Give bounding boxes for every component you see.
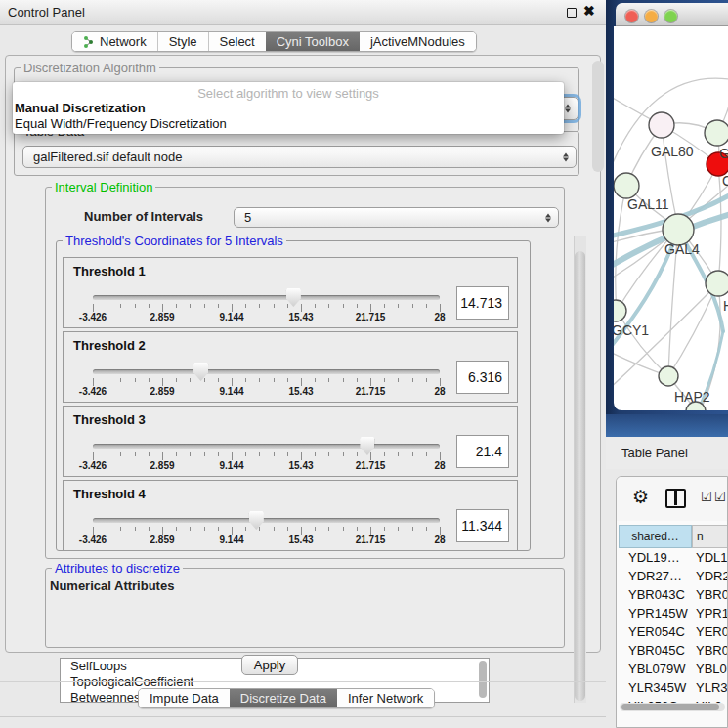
node-label: C (722, 173, 728, 189)
cell-name: YBR0 (692, 643, 728, 658)
table-row[interactable]: YDL19…YDL1 (619, 548, 728, 567)
cell-shared-name: YBR045C (619, 643, 692, 658)
table-row[interactable]: YLR345WYLR3 (619, 678, 728, 697)
apply-button[interactable]: Apply (241, 655, 298, 675)
node-label: GAL4 (664, 241, 700, 257)
attributes-group: Attributes to discretize Numerical Attri… (45, 568, 565, 648)
slider-tick-labels: -3.4262.8599.14415.4321.71528 (93, 460, 440, 472)
network-view-canvas[interactable]: GAL80G.CGAL11GAL4HGCY1HAP2 (614, 26, 728, 410)
num-intervals-value: 5 (244, 210, 251, 225)
threshold-value-field[interactable]: 6.316 (456, 361, 509, 394)
slider-tick-labels: -3.4262.8599.14415.4321.71528 (93, 386, 440, 398)
node-label: HAP2 (674, 389, 710, 405)
panel-title: Control Panel (8, 5, 85, 20)
table-data-group: Table Data galFiltered.sif default node (14, 131, 579, 176)
control-panel: Control Panel ✖ NetworkStyleSelectCyni T… (0, 0, 606, 728)
tab-label: Infer Network (348, 691, 423, 706)
desktop-background-band (606, 414, 728, 437)
threshold-value-field[interactable]: 21.4 (456, 435, 509, 468)
table-data-value: galFiltered.sif default node (33, 150, 182, 164)
tab-label: Network (100, 34, 147, 49)
table-row[interactable]: YDR27…YDR2 (619, 567, 728, 585)
algorithm-dropdown-popup: Select algorithm to view settings Manual… (13, 82, 564, 134)
slider-track[interactable] (93, 295, 440, 300)
minimize-traffic-light[interactable] (645, 10, 658, 22)
cell-name: YLR3 (692, 680, 728, 695)
slider-track[interactable] (93, 369, 440, 374)
table-row[interactable]: YBR043CYBR0 (619, 585, 728, 604)
table-row[interactable]: YBL079WYBL0 (619, 660, 728, 678)
node-label: GAL80 (651, 144, 694, 159)
checkbox-icon[interactable]: ☑ (701, 490, 712, 504)
num-intervals-label: Number of Intervals (84, 209, 203, 224)
spinner-icon (563, 152, 569, 161)
content-scrollbar-thumb[interactable] (575, 251, 585, 701)
threshold-label: Threshold 3 (73, 412, 146, 427)
threshold-label: Threshold 2 (73, 338, 146, 353)
close-traffic-light[interactable] (625, 10, 638, 22)
spinner-icon (545, 213, 551, 222)
network-node[interactable] (614, 173, 639, 198)
threshold-label: Threshold 4 (73, 487, 146, 501)
num-intervals-combo[interactable]: 5 (234, 207, 559, 228)
close-icon[interactable]: ✖ (583, 3, 595, 19)
cell-name: YDR2 (692, 569, 728, 583)
table-hscrollbar[interactable] (620, 703, 725, 711)
tab-label: Cyni Toolbox (277, 34, 349, 49)
node-label: G. (719, 146, 728, 161)
threshold-box-2: Threshold 2-3.4262.8599.14415.4321.71528… (63, 331, 518, 403)
cell-shared-name: YDL19… (619, 550, 692, 565)
split-pane-icon[interactable] (665, 489, 686, 508)
table-row[interactable]: YPR145WYPR1 (619, 604, 728, 622)
tab-style[interactable]: Style (157, 32, 208, 51)
group-label: Interval Definition (52, 180, 155, 194)
tab-impute-data[interactable]: Impute Data (139, 689, 230, 707)
cell-shared-name: YBR043C (619, 587, 692, 602)
cell-name: YER0 (692, 624, 728, 639)
tab-network[interactable]: Network (72, 32, 157, 51)
gear-icon[interactable]: ⚙ (632, 486, 649, 508)
network-node[interactable] (659, 366, 678, 386)
cell-name: YBL0 (692, 662, 728, 676)
popup-option-manual[interactable]: Manual Discretization (15, 101, 562, 115)
table-row[interactable]: YBR045CYBR0 (619, 641, 728, 660)
table-rows: YDL19…YDL1YDR27…YDR2YBR043CYBR0YPR145WYP… (619, 548, 728, 715)
network-graph: GAL80G.CGAL11GAL4HGCY1HAP2 (614, 26, 728, 410)
column-header-2[interactable]: n (692, 525, 728, 548)
network-node[interactable] (705, 120, 728, 146)
list-scrollbar[interactable] (479, 661, 487, 698)
tab-infer-network[interactable]: Infer Network (337, 689, 434, 707)
network-node[interactable] (649, 112, 674, 138)
zoom-traffic-light[interactable] (664, 10, 677, 22)
network-node[interactable] (614, 300, 626, 321)
cell-name: YBR0 (692, 587, 728, 602)
table-row[interactable]: YER054CYER0 (619, 622, 728, 641)
table-data-combo[interactable]: galFiltered.sif default node (22, 146, 577, 168)
network-node[interactable] (706, 271, 728, 296)
checkbox-icon[interactable]: ☑ (714, 490, 726, 504)
slider-track[interactable] (93, 444, 440, 449)
slider-tick-labels: -3.4262.8599.14415.4321.71528 (93, 535, 440, 546)
tab-select[interactable]: Select (208, 32, 266, 51)
table-panel-title: Table Panel (621, 446, 688, 460)
threshold-value-field[interactable]: 11.344 (456, 509, 509, 542)
column-header-1[interactable]: shared… (619, 525, 692, 548)
popup-option-equal-width[interactable]: Equal Width/Frequency Discretization (15, 116, 562, 131)
network-window-titlebar (616, 3, 728, 26)
threshold-box-1: Threshold 1-3.4262.8599.14415.4321.71528… (63, 257, 518, 328)
slider-track[interactable] (93, 518, 440, 523)
tab-cyni-toolbox[interactable]: Cyni Toolbox (266, 32, 360, 51)
cyni-toolbox-pane: Discretization Algorithm Table Data galF… (5, 55, 601, 653)
cell-shared-name: YBL079W (619, 662, 692, 676)
tab-label: Style (169, 34, 197, 49)
table-toolbar: ⚙ ☑ ☑ (617, 477, 727, 521)
panel-scrollbar-thumb[interactable] (592, 61, 604, 172)
float-window-icon[interactable] (567, 8, 577, 18)
table-hscrollbar-thumb[interactable] (621, 704, 719, 710)
tab-jactivemnodules[interactable]: jActiveMNodules (360, 32, 476, 51)
tab-discretize-data[interactable]: Discretize Data (230, 689, 337, 707)
threshold-box-3: Threshold 3-3.4262.8599.14415.4321.71528… (63, 406, 518, 477)
threshold-value-field[interactable]: 14.713 (456, 286, 509, 320)
cell-shared-name: YDR27… (619, 569, 692, 583)
thresholds-group: Threshold's Coordinates for 5 Intervals … (56, 240, 531, 551)
